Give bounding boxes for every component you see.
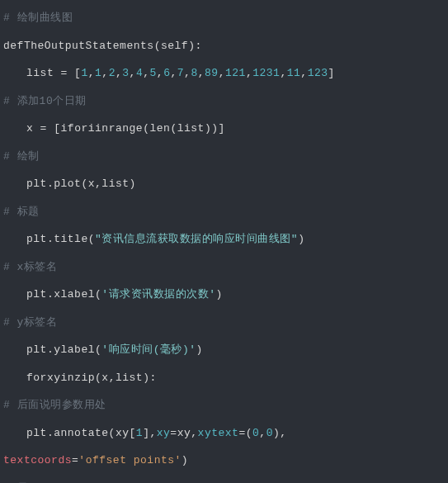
string: '请求资讯数据的次数'	[101, 288, 215, 301]
number: 1	[136, 427, 143, 439]
code-line: # y标签名	[3, 315, 445, 331]
code-line: plt.title("资讯信息流获取数据的响应时间曲线图")	[3, 231, 445, 248]
string: '响应时间(毫秒)'	[101, 343, 196, 356]
paren: ))]	[205, 122, 225, 135]
builtin: len	[149, 122, 170, 135]
assignment: x = [	[26, 122, 61, 135]
code-line: # 后面说明参数用处	[3, 397, 445, 414]
kwarg: xytext	[198, 427, 239, 439]
func-call: plt.annotate(	[26, 427, 116, 439]
paren: )	[182, 454, 188, 466]
paren: )	[196, 343, 203, 356]
code-line: x = [iforiinrange(len(list))]	[3, 121, 445, 137]
func-call: plt.xlabel(	[26, 288, 101, 301]
code-line: forxyinzip(x,list):	[3, 370, 445, 386]
code-line: list = [1,1,2,3,4,5,6,7,8,89,121,1231,11…	[3, 65, 445, 82]
builtin: range	[109, 122, 144, 135]
code-line: # 添加10个日期	[3, 93, 445, 110]
keyword-def: def	[3, 40, 24, 52]
operator: =	[170, 427, 177, 439]
comment: # 标题	[3, 206, 40, 218]
number: 3	[122, 67, 129, 79]
comment: # 绘制曲线图	[3, 12, 73, 24]
number: 121	[225, 67, 246, 79]
code-line: # 显示	[3, 481, 445, 484]
code-line: # 绘制	[3, 149, 445, 165]
paren: ),	[273, 427, 287, 439]
func-call: plt.title(	[26, 233, 95, 245]
string: 'offset points'	[78, 454, 182, 466]
var: i	[88, 122, 95, 135]
keyword: for	[26, 372, 47, 384]
code-line: plt.ylabel('响应时间(毫秒)')	[3, 342, 445, 358]
bracket: ],	[143, 427, 157, 439]
comment: # x标签名	[3, 261, 57, 273]
var: list	[101, 178, 129, 190]
code-line: plt.annotate(xy[1],xy=xy,xytext=(0,0),	[3, 425, 445, 442]
number: 2	[109, 67, 116, 79]
func-call: plt.plot(	[26, 178, 88, 190]
keyword: in	[61, 372, 75, 384]
number: 4	[136, 67, 143, 79]
paren: )	[298, 233, 304, 245]
number: 7	[177, 67, 184, 79]
keyword: in	[95, 122, 109, 135]
assignment: list = [	[26, 67, 81, 79]
self-param: self	[161, 40, 188, 52]
paren: )	[215, 288, 222, 301]
number: 123	[308, 67, 328, 79]
paren: (	[154, 40, 161, 52]
code-line: plt.plot(x,list)	[3, 176, 445, 192]
var: xy	[47, 372, 61, 384]
func-call: plt.ylabel(	[26, 343, 101, 356]
code-line: # 绘制曲线图	[3, 10, 445, 26]
var: list	[177, 122, 205, 135]
paren: )	[130, 178, 136, 190]
paren: ):	[188, 40, 202, 52]
func-name: TheOutputStatements	[24, 40, 154, 52]
keyword: for	[68, 122, 88, 135]
operator: =(	[238, 427, 252, 439]
number: 1	[81, 67, 87, 79]
code-line: # 标题	[3, 204, 445, 220]
var: list	[116, 372, 143, 384]
code-line: plt.xlabel('请求资讯数据的次数')	[3, 286, 445, 303]
var: xy,	[177, 427, 198, 439]
var: x	[101, 372, 108, 384]
comment: # 绘制	[3, 150, 40, 163]
var: xy[	[116, 427, 136, 439]
number: 8	[191, 67, 197, 79]
code-line: defTheOutputStatements(self):	[3, 38, 445, 54]
comment: # y标签名	[3, 316, 57, 329]
number: 0	[266, 427, 273, 439]
comment: # 添加10个日期	[3, 95, 87, 107]
number: 89	[205, 67, 219, 79]
kwarg: textcoords	[3, 454, 72, 466]
number: 5	[150, 67, 157, 79]
builtin: zip	[74, 372, 95, 384]
string: "资讯信息流获取数据的响应时间曲线图"	[95, 233, 298, 245]
var: i	[61, 122, 68, 135]
bracket: ]	[328, 67, 335, 79]
kwarg: xy	[157, 427, 171, 439]
code-line: textcoords='offset points')	[3, 452, 445, 469]
code-line: # x标签名	[3, 259, 445, 276]
comment: # 后面说明参数用处	[3, 399, 106, 411]
number: 11	[287, 67, 301, 79]
var: x	[88, 178, 95, 190]
number: 1231	[252, 67, 280, 79]
paren: ):	[143, 372, 157, 384]
